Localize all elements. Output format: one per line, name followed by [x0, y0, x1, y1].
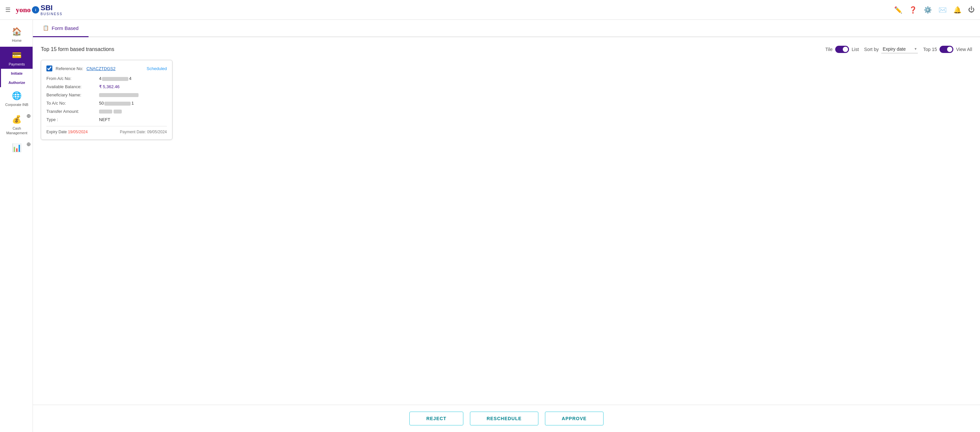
- tile-toggle-slider: [835, 46, 849, 53]
- approve-button[interactable]: APPROVE: [545, 411, 603, 426]
- payment-date-label: Payment Date:: [120, 130, 146, 134]
- status-badge: Scheduled: [147, 66, 167, 71]
- sidebar-item-corporate-inb[interactable]: 🌐 Corporate INB: [0, 87, 33, 111]
- plus-icon-2[interactable]: ⊕: [26, 141, 30, 148]
- from-ac-masked: [102, 77, 128, 81]
- to-ac-label: To A/c No:: [46, 101, 99, 106]
- ref-no-link[interactable]: CNACZTDGS2: [86, 66, 116, 71]
- sidebar-item-authorize[interactable]: Authorize: [0, 78, 33, 87]
- initiate-label: Initiate: [11, 71, 22, 75]
- content-top-bar: Top 15 form based transactions Tile List…: [41, 45, 972, 53]
- tile-label: Tile: [825, 47, 832, 52]
- tabs-bar: 📋 Form Based: [33, 20, 980, 37]
- type-value: NEFT: [99, 117, 110, 122]
- sort-by-label: Sort by: [864, 47, 879, 52]
- extra-icon: 📊: [12, 143, 22, 152]
- logo-business: BUSINESS: [40, 12, 62, 16]
- notification-icon[interactable]: 🔔: [953, 6, 962, 14]
- card-header: Reference No: CNACZTDGS2 Scheduled: [46, 65, 167, 71]
- tile-toggle[interactable]: [835, 46, 849, 53]
- sidebar-item-extra[interactable]: ⊕ 📊: [0, 139, 33, 156]
- from-ac-value: 44: [99, 76, 131, 81]
- top15-toggle-switch[interactable]: [940, 46, 953, 53]
- sidebar-item-payments[interactable]: 💳 Payments: [0, 47, 33, 68]
- logo-circle-icon: i: [32, 6, 39, 13]
- cash-management-icon: 💰: [12, 115, 22, 124]
- transfer-amount-masked-2: [113, 110, 122, 113]
- type-row: Type : NEFT: [46, 117, 167, 122]
- header-icons: ✏️ ❓ ⚙️ ✉️ 🔔 ⏻: [894, 6, 975, 14]
- hamburger-icon[interactable]: ☰: [5, 6, 11, 13]
- mail-icon[interactable]: ✉️: [939, 6, 947, 14]
- to-ac-value: 501: [99, 101, 134, 106]
- reject-button[interactable]: REJECT: [409, 411, 463, 426]
- balance-value: ₹ 5,362.46: [99, 84, 119, 89]
- to-ac-row: To A/c No: 501: [46, 101, 167, 106]
- sidebar-item-initiate[interactable]: Initiate: [0, 69, 33, 78]
- content-scroll: Top 15 form based transactions Tile List…: [33, 37, 980, 405]
- sidebar-payments-label: Payments: [9, 62, 25, 67]
- home-icon: 🏠: [12, 27, 22, 36]
- payment-date-value: 09/05/2024: [147, 130, 167, 134]
- logo-sbi: SBI: [40, 4, 52, 12]
- logo-area: yono i SBI BUSINESS: [16, 4, 62, 16]
- form-based-icon: 📋: [43, 25, 49, 31]
- to-ac-masked: [104, 102, 130, 106]
- beneficiary-value-masked: [99, 93, 138, 97]
- reschedule-button[interactable]: RESCHEDULE: [470, 411, 538, 426]
- transfer-amount-row: Transfer Amount:: [46, 109, 167, 114]
- settings-icon[interactable]: ⚙️: [924, 6, 932, 14]
- content-title: Top 15 form based transactions: [41, 46, 114, 52]
- sidebar-home-label: Home: [12, 38, 21, 43]
- logo-yono: yono: [16, 6, 30, 14]
- plus-icon[interactable]: ⊕: [26, 113, 30, 119]
- payment-date-text: Payment Date: 09/05/2024: [120, 130, 167, 134]
- top15-toggle-slider: [940, 46, 953, 53]
- card-checkbox[interactable]: [46, 65, 52, 71]
- sidebar-cash-management-label: Cash Management: [4, 126, 30, 135]
- sidebar-item-cash-management[interactable]: ⊕ 💰 Cash Management: [0, 111, 33, 140]
- sidebar-item-home[interactable]: 🏠 Home: [0, 23, 33, 47]
- card-footer: Expiry Date 19/05/2024 Payment Date: 09/…: [46, 126, 167, 134]
- balance-label: Available Balance:: [46, 84, 99, 89]
- top15-label: Top 15: [923, 47, 937, 52]
- sidebar: 🏠 Home 💳 Payments Initiate Authorize 🌐 C…: [0, 20, 33, 432]
- from-ac-label: From A/c No:: [46, 76, 99, 81]
- main-layout: 🏠 Home 💳 Payments Initiate Authorize 🌐 C…: [0, 20, 980, 432]
- beneficiary-row: Beneficiary Name:: [46, 92, 167, 97]
- transaction-card: Reference No: CNACZTDGS2 Scheduled From …: [41, 60, 172, 140]
- payments-icon: 💳: [12, 51, 22, 60]
- sort-select[interactable]: Expiry date Payment date Amount: [881, 45, 918, 53]
- sort-area: Sort by Expiry date Payment date Amount: [864, 45, 918, 53]
- top15-toggle: Top 15 View All: [923, 46, 972, 53]
- power-icon[interactable]: ⏻: [968, 6, 975, 13]
- authorize-label: Authorize: [8, 81, 25, 84]
- sort-wrapper[interactable]: Expiry date Payment date Amount: [881, 45, 918, 53]
- tile-list-toggle: Tile List: [825, 46, 859, 53]
- type-label: Type :: [46, 117, 99, 122]
- content-area: 📋 Form Based Top 15 form based transacti…: [33, 20, 980, 432]
- ref-no-label: Reference No:: [56, 66, 83, 71]
- list-label: List: [852, 47, 859, 52]
- corporate-inb-icon: 🌐: [12, 91, 22, 100]
- expiry-date-value: 19/05/2024: [68, 130, 88, 134]
- beneficiary-label: Beneficiary Name:: [46, 92, 99, 97]
- expiry-text: Expiry Date 19/05/2024: [46, 130, 88, 134]
- transfer-amount-label: Transfer Amount:: [46, 109, 99, 114]
- transfer-amount-masked-1: [99, 110, 112, 113]
- help-icon[interactable]: ❓: [909, 6, 917, 14]
- from-ac-row: From A/c No: 44: [46, 76, 167, 81]
- expiry-label: Expiry Date: [46, 130, 67, 134]
- balance-row: Available Balance: ₹ 5,362.46: [46, 84, 167, 89]
- top-header: ☰ yono i SBI BUSINESS ✏️ ❓ ⚙️ ✉️ 🔔 ⏻: [0, 0, 980, 20]
- edit-icon[interactable]: ✏️: [894, 6, 902, 14]
- tab-form-based[interactable]: 📋 Form Based: [33, 20, 89, 37]
- logo-sbi-block: SBI BUSINESS: [40, 4, 62, 16]
- bottom-actions: REJECT RESCHEDULE APPROVE: [33, 405, 980, 432]
- sidebar-corporate-inb-label: Corporate INB: [5, 102, 28, 107]
- tab-form-based-label: Form Based: [52, 25, 79, 31]
- view-all-label[interactable]: View All: [956, 47, 972, 52]
